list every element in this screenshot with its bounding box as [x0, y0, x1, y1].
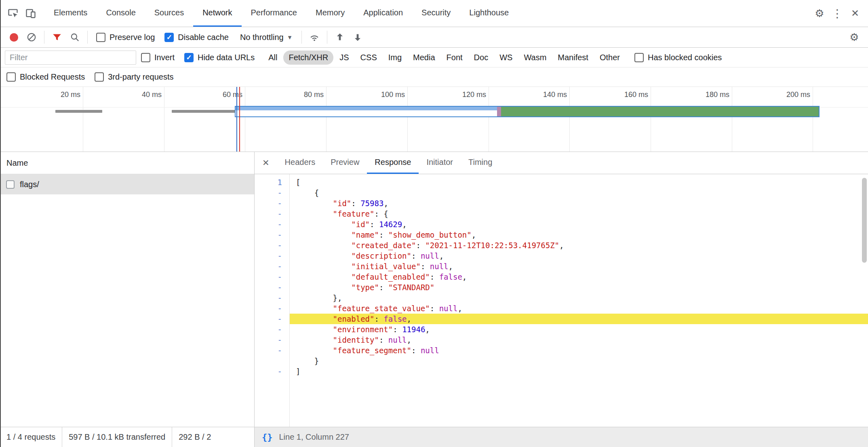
source-status-bar: {} Line 1, Column 227 — [255, 427, 868, 447]
line-number: - — [255, 230, 289, 240]
filter-input[interactable] — [5, 51, 136, 65]
tab-elements[interactable]: Elements — [44, 0, 97, 27]
code-line: - "feature": { — [255, 209, 868, 219]
chip-ws[interactable]: WS — [494, 51, 518, 65]
chip-wasm[interactable]: Wasm — [518, 51, 552, 65]
inspect-cursor-icon — [7, 8, 19, 19]
chip-all[interactable]: All — [263, 51, 282, 65]
preserve-log-checkbox[interactable]: Preserve log — [96, 33, 155, 42]
tab-application[interactable]: Application — [354, 0, 412, 27]
export-har-button[interactable] — [349, 28, 367, 46]
vertical-scrollbar[interactable] — [862, 178, 867, 263]
line-number: - — [255, 240, 289, 251]
third-party-requests-checkbox[interactable]: 3rd-party requests — [95, 72, 173, 82]
detail-tab-initiator[interactable]: Initiator — [419, 152, 461, 174]
tab-performance[interactable]: Performance — [242, 0, 307, 27]
chip-manifest[interactable]: Manifest — [552, 51, 594, 65]
waterfall-selected-request-bar[interactable] — [235, 106, 820, 117]
toolbar-divider — [301, 31, 302, 44]
timeline-tick-label: 140 ms — [518, 91, 567, 99]
import-har-button[interactable] — [331, 28, 349, 46]
code-text: "id": 14629, — [289, 219, 868, 230]
funnel-icon — [52, 32, 62, 42]
code-line: - "type": "STANDARD" — [255, 282, 868, 293]
name-column-header[interactable]: Name — [0, 152, 254, 174]
timeline-tick-label: 40 ms — [113, 91, 162, 99]
line-number: - — [255, 219, 289, 230]
tab-sources[interactable]: Sources — [145, 0, 193, 27]
record-network-log-button[interactable] — [5, 28, 23, 46]
throttling-select[interactable]: No throttling ▾ — [240, 33, 291, 42]
resource-icon — [6, 180, 15, 189]
chip-css[interactable]: CSS — [355, 51, 382, 65]
timeline-gridline — [245, 87, 245, 152]
line-number: - — [255, 303, 289, 314]
chip-media[interactable]: Media — [408, 51, 440, 65]
code-text: ] — [289, 366, 868, 377]
detail-tab-preview[interactable]: Preview — [323, 152, 367, 174]
chip-fetch-xhr[interactable]: Fetch/XHR — [283, 51, 333, 65]
code-text: "name": "show_demo_button", — [289, 230, 868, 240]
pretty-print-button[interactable]: {} — [262, 432, 273, 442]
code-text: "environment": 11946, — [289, 324, 868, 335]
tab-security[interactable]: Security — [412, 0, 460, 27]
has-blocked-cookies-checkbox[interactable]: Has blocked cookies — [634, 53, 722, 62]
tab-lighthouse[interactable]: Lighthouse — [460, 0, 518, 27]
tab-console[interactable]: Console — [97, 0, 145, 27]
line-number: - — [255, 314, 289, 324]
blocked-requests-checkbox[interactable]: Blocked Requests — [6, 72, 85, 82]
code-line: - "id": 14629, — [255, 219, 868, 230]
device-toolbar-button[interactable] — [22, 4, 40, 22]
detail-tab-response[interactable]: Response — [367, 152, 419, 174]
filter-button[interactable] — [48, 28, 66, 46]
timeline-overview[interactable]: 20 ms40 ms60 ms80 ms100 ms120 ms140 ms16… — [0, 87, 868, 152]
overview-request-bar — [55, 110, 102, 113]
search-button[interactable] — [66, 28, 84, 46]
more-options-kebab-icon[interactable]: ⋮ — [828, 4, 846, 22]
network-status-bar: 1 / 4 requests 597 B / 10.1 kB transferr… — [0, 427, 254, 447]
third-party-requests-label: 3rd-party requests — [108, 72, 173, 82]
line-number: 1 — [255, 177, 289, 188]
code-line: - { — [255, 188, 868, 198]
devtools-tabbar: ElementsConsoleSourcesNetworkPerformance… — [0, 0, 868, 27]
chip-font[interactable]: Font — [441, 51, 468, 65]
line-number: - — [255, 366, 289, 377]
disable-cache-checkbox[interactable]: Disable cache — [164, 33, 229, 42]
line-number — [255, 356, 289, 366]
code-line: 1[ — [255, 177, 868, 188]
close-devtools-icon[interactable]: ✕ — [846, 4, 864, 22]
inspect-element-button[interactable] — [4, 4, 22, 22]
tab-memory[interactable]: Memory — [306, 0, 354, 27]
timeline-tick-label: 160 ms — [600, 91, 648, 99]
network-toolbar: Preserve log Disable cache No throttling… — [0, 27, 868, 48]
network-conditions-button[interactable] — [305, 28, 323, 46]
request-row-flags[interactable]: flags/ — [0, 174, 254, 194]
chip-doc[interactable]: Doc — [469, 51, 494, 65]
record-icon — [10, 33, 18, 42]
settings-gear-icon[interactable]: ⚙ — [811, 4, 828, 22]
code-text: "id": 75983, — [289, 198, 868, 209]
clear-network-log-button[interactable] — [23, 28, 40, 46]
line-number: - — [255, 324, 289, 335]
chip-js[interactable]: JS — [334, 51, 354, 65]
timeline-gridline — [164, 87, 164, 152]
chip-other[interactable]: Other — [594, 51, 625, 65]
timeline-tick-label: 20 ms — [32, 91, 80, 99]
line-number: - — [255, 335, 289, 345]
network-settings-gear-icon[interactable]: ⚙ — [845, 28, 863, 46]
hide-data-urls-label: Hide data URLs — [198, 53, 255, 62]
search-icon — [70, 32, 80, 42]
checkbox-unchecked-icon — [96, 33, 105, 42]
domcontentloaded-event-line — [236, 87, 237, 152]
close-detail-icon[interactable]: ✕ — [255, 158, 277, 168]
chip-img[interactable]: Img — [383, 51, 407, 65]
toolbar-divider — [87, 31, 88, 44]
code-lines: 1[- {- "id": 75983,- "feature": {- "id":… — [255, 177, 868, 377]
load-event-line — [239, 87, 240, 152]
arrow-down-icon — [352, 32, 363, 42]
hide-data-urls-checkbox[interactable]: Hide data URLs — [184, 53, 255, 62]
tab-network[interactable]: Network — [193, 0, 241, 27]
invert-checkbox[interactable]: Invert — [141, 53, 175, 62]
detail-tab-timing[interactable]: Timing — [461, 152, 500, 174]
detail-tab-headers[interactable]: Headers — [277, 152, 323, 174]
